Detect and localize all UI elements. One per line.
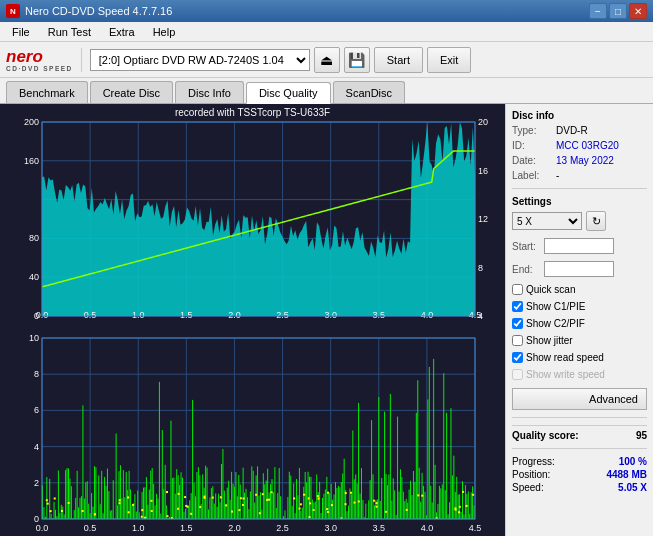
disc-date-row: Date: 13 May 2022: [512, 155, 647, 166]
main-content: recorded with TSSTcorp TS-U633F Disc inf…: [0, 104, 653, 536]
refresh-icon-btn[interactable]: ↻: [586, 211, 606, 231]
disc-info-title: Disc info: [512, 110, 647, 121]
right-panel: Disc info Type: DVD-R ID: MCC 03RG20 Dat…: [505, 104, 653, 536]
progress-row: Progress: 100 %: [512, 456, 647, 467]
start-mb-label: Start:: [512, 241, 540, 252]
speed-row: 5 X ↻: [512, 211, 647, 231]
chart-area: recorded with TSSTcorp TS-U633F: [0, 104, 505, 536]
drive-selector[interactable]: [2:0] Optiarc DVD RW AD-7240S 1.04: [90, 49, 310, 71]
minimize-button[interactable]: −: [589, 3, 607, 19]
quality-score-row: Quality score: 95: [512, 425, 647, 441]
tab-bar: Benchmark Create Disc Disc Info Disc Qua…: [0, 78, 653, 104]
speed-selector[interactable]: 5 X: [512, 212, 582, 230]
nero-logo: nero: [6, 48, 43, 65]
progress-value: 100 %: [619, 456, 647, 467]
disc-date-value: 13 May 2022: [556, 155, 614, 166]
speed-row-prog: Speed: 5.05 X: [512, 482, 647, 493]
divider-3: [512, 448, 647, 449]
nero-sub-logo: CD·DVD SPEED: [6, 65, 73, 72]
quick-scan-label: Quick scan: [526, 284, 575, 295]
speed-label: Speed:: [512, 482, 544, 493]
start-mb-input[interactable]: 0000 MB: [544, 238, 614, 254]
end-mb-label: End:: [512, 264, 540, 275]
speed-value: 5.05 X: [618, 482, 647, 493]
show-read-speed-label: Show read speed: [526, 352, 604, 363]
title-bar-left: N Nero CD-DVD Speed 4.7.7.16: [6, 4, 172, 18]
show-c1pie-row: Show C1/PIE: [512, 301, 647, 312]
advanced-button[interactable]: Advanced: [512, 388, 647, 410]
progress-section: Progress: 100 % Position: 4488 MB Speed:…: [512, 456, 647, 495]
divider-2: [512, 417, 647, 418]
disc-label-row: Label: -: [512, 170, 647, 181]
menu-bar: File Run Test Extra Help: [0, 22, 653, 42]
quality-score-value: 95: [636, 430, 647, 441]
save-icon-btn[interactable]: 💾: [344, 47, 370, 73]
show-c1pie-label: Show C1/PIE: [526, 301, 585, 312]
position-value: 4488 MB: [606, 469, 647, 480]
disc-id-label: ID:: [512, 140, 552, 151]
exit-button[interactable]: Exit: [427, 47, 471, 73]
start-mb-row: Start: 0000 MB: [512, 238, 647, 254]
show-jitter-checkbox[interactable]: [512, 335, 523, 346]
show-write-speed-checkbox: [512, 369, 523, 380]
start-button[interactable]: Start: [374, 47, 423, 73]
disc-type-row: Type: DVD-R: [512, 125, 647, 136]
logo-area: nero CD·DVD SPEED: [6, 48, 82, 72]
show-c2pif-row: Show C2/PIF: [512, 318, 647, 329]
title-bar: N Nero CD-DVD Speed 4.7.7.16 − □ ✕: [0, 0, 653, 22]
show-read-speed-checkbox[interactable]: [512, 352, 523, 363]
disc-date-label: Date:: [512, 155, 552, 166]
menu-extra[interactable]: Extra: [101, 22, 143, 41]
position-label: Position:: [512, 469, 550, 480]
disc-id-value: MCC 03RG20: [556, 140, 619, 151]
disc-label-value: -: [556, 170, 559, 181]
tab-scandisc[interactable]: ScanDisc: [333, 81, 405, 103]
maximize-button[interactable]: □: [609, 3, 627, 19]
disc-label-label: Label:: [512, 170, 552, 181]
menu-file[interactable]: File: [4, 22, 38, 41]
main-chart: [0, 104, 505, 536]
disc-type-value: DVD-R: [556, 125, 588, 136]
show-jitter-row: Show jitter: [512, 335, 647, 346]
show-write-speed-label: Show write speed: [526, 369, 605, 380]
tab-benchmark[interactable]: Benchmark: [6, 81, 88, 103]
settings-title: Settings: [512, 196, 647, 207]
show-c1pie-checkbox[interactable]: [512, 301, 523, 312]
quick-scan-checkbox[interactable]: [512, 284, 523, 295]
end-mb-input[interactable]: 4489 MB: [544, 261, 614, 277]
close-button[interactable]: ✕: [629, 3, 647, 19]
divider-1: [512, 188, 647, 189]
show-read-speed-row: Show read speed: [512, 352, 647, 363]
menu-help[interactable]: Help: [145, 22, 184, 41]
disc-id-row: ID: MCC 03RG20: [512, 140, 647, 151]
show-jitter-label: Show jitter: [526, 335, 573, 346]
show-c2pif-checkbox[interactable]: [512, 318, 523, 329]
quality-score-label: Quality score:: [512, 430, 579, 441]
show-write-speed-row: Show write speed: [512, 369, 647, 380]
title-bar-buttons: − □ ✕: [589, 3, 647, 19]
end-mb-row: End: 4489 MB: [512, 261, 647, 277]
app-icon: N: [6, 4, 20, 18]
toolbar: nero CD·DVD SPEED [2:0] Optiarc DVD RW A…: [0, 42, 653, 78]
tab-disc-quality[interactable]: Disc Quality: [246, 82, 331, 104]
progress-label: Progress:: [512, 456, 555, 467]
tab-disc-info[interactable]: Disc Info: [175, 81, 244, 103]
chart-title: recorded with TSSTcorp TS-U633F: [175, 107, 330, 118]
show-c2pif-label: Show C2/PIF: [526, 318, 585, 329]
disc-type-label: Type:: [512, 125, 552, 136]
position-row: Position: 4488 MB: [512, 469, 647, 480]
quick-scan-row: Quick scan: [512, 284, 647, 295]
menu-run-test[interactable]: Run Test: [40, 22, 99, 41]
tab-create-disc[interactable]: Create Disc: [90, 81, 173, 103]
eject-icon-btn[interactable]: ⏏: [314, 47, 340, 73]
window-title: Nero CD-DVD Speed 4.7.7.16: [25, 5, 172, 17]
